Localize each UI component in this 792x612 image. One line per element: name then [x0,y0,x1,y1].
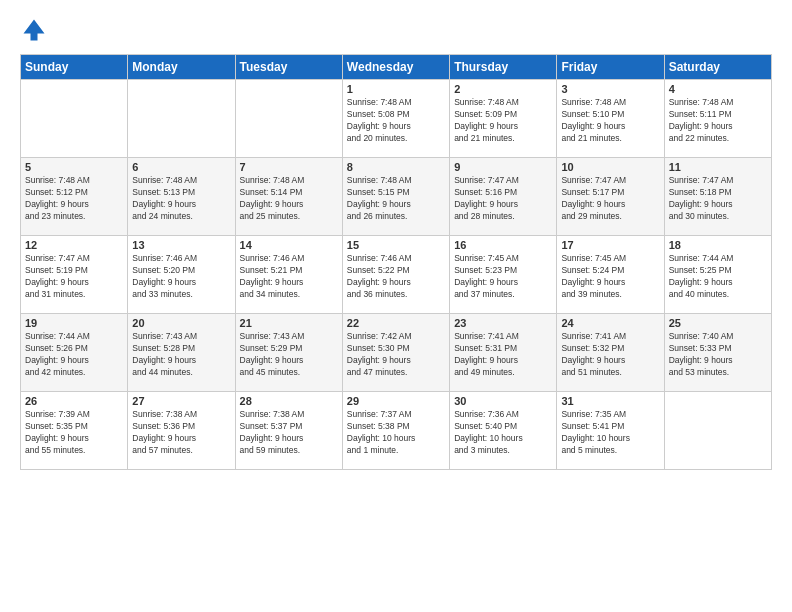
calendar-cell: 4Sunrise: 7:48 AM Sunset: 5:11 PM Daylig… [664,80,771,158]
calendar-cell [235,80,342,158]
weekday-header-thursday: Thursday [450,55,557,80]
day-number: 1 [347,83,445,95]
day-number: 17 [561,239,659,251]
day-info: Sunrise: 7:42 AM Sunset: 5:30 PM Dayligh… [347,331,445,379]
day-number: 9 [454,161,552,173]
day-info: Sunrise: 7:38 AM Sunset: 5:36 PM Dayligh… [132,409,230,457]
day-info: Sunrise: 7:37 AM Sunset: 5:38 PM Dayligh… [347,409,445,457]
calendar-cell: 13Sunrise: 7:46 AM Sunset: 5:20 PM Dayli… [128,236,235,314]
day-number: 3 [561,83,659,95]
week-row-4: 19Sunrise: 7:44 AM Sunset: 5:26 PM Dayli… [21,314,772,392]
day-info: Sunrise: 7:45 AM Sunset: 5:24 PM Dayligh… [561,253,659,301]
weekday-header-friday: Friday [557,55,664,80]
day-number: 23 [454,317,552,329]
day-info: Sunrise: 7:46 AM Sunset: 5:20 PM Dayligh… [132,253,230,301]
calendar-cell: 29Sunrise: 7:37 AM Sunset: 5:38 PM Dayli… [342,392,449,470]
calendar-cell: 26Sunrise: 7:39 AM Sunset: 5:35 PM Dayli… [21,392,128,470]
weekday-header-wednesday: Wednesday [342,55,449,80]
day-number: 24 [561,317,659,329]
day-number: 22 [347,317,445,329]
day-info: Sunrise: 7:44 AM Sunset: 5:25 PM Dayligh… [669,253,767,301]
day-info: Sunrise: 7:46 AM Sunset: 5:22 PM Dayligh… [347,253,445,301]
day-info: Sunrise: 7:36 AM Sunset: 5:40 PM Dayligh… [454,409,552,457]
calendar-cell [21,80,128,158]
day-info: Sunrise: 7:47 AM Sunset: 5:18 PM Dayligh… [669,175,767,223]
day-number: 28 [240,395,338,407]
day-number: 27 [132,395,230,407]
day-number: 14 [240,239,338,251]
day-info: Sunrise: 7:43 AM Sunset: 5:28 PM Dayligh… [132,331,230,379]
page: SundayMondayTuesdayWednesdayThursdayFrid… [0,0,792,612]
weekday-header-row: SundayMondayTuesdayWednesdayThursdayFrid… [21,55,772,80]
day-number: 4 [669,83,767,95]
day-number: 5 [25,161,123,173]
logo [20,16,52,44]
day-info: Sunrise: 7:48 AM Sunset: 5:12 PM Dayligh… [25,175,123,223]
day-number: 8 [347,161,445,173]
day-number: 30 [454,395,552,407]
day-info: Sunrise: 7:47 AM Sunset: 5:16 PM Dayligh… [454,175,552,223]
day-number: 15 [347,239,445,251]
calendar-cell: 30Sunrise: 7:36 AM Sunset: 5:40 PM Dayli… [450,392,557,470]
day-number: 26 [25,395,123,407]
day-info: Sunrise: 7:48 AM Sunset: 5:11 PM Dayligh… [669,97,767,145]
day-number: 18 [669,239,767,251]
calendar-cell: 1Sunrise: 7:48 AM Sunset: 5:08 PM Daylig… [342,80,449,158]
calendar-cell: 10Sunrise: 7:47 AM Sunset: 5:17 PM Dayli… [557,158,664,236]
weekday-header-sunday: Sunday [21,55,128,80]
calendar-cell: 15Sunrise: 7:46 AM Sunset: 5:22 PM Dayli… [342,236,449,314]
day-number: 29 [347,395,445,407]
calendar-cell: 23Sunrise: 7:41 AM Sunset: 5:31 PM Dayli… [450,314,557,392]
day-info: Sunrise: 7:41 AM Sunset: 5:31 PM Dayligh… [454,331,552,379]
day-info: Sunrise: 7:46 AM Sunset: 5:21 PM Dayligh… [240,253,338,301]
day-info: Sunrise: 7:41 AM Sunset: 5:32 PM Dayligh… [561,331,659,379]
week-row-1: 1Sunrise: 7:48 AM Sunset: 5:08 PM Daylig… [21,80,772,158]
calendar-cell: 16Sunrise: 7:45 AM Sunset: 5:23 PM Dayli… [450,236,557,314]
calendar-cell: 20Sunrise: 7:43 AM Sunset: 5:28 PM Dayli… [128,314,235,392]
calendar-cell: 2Sunrise: 7:48 AM Sunset: 5:09 PM Daylig… [450,80,557,158]
day-number: 20 [132,317,230,329]
calendar-cell: 6Sunrise: 7:48 AM Sunset: 5:13 PM Daylig… [128,158,235,236]
calendar-cell: 18Sunrise: 7:44 AM Sunset: 5:25 PM Dayli… [664,236,771,314]
day-number: 7 [240,161,338,173]
day-number: 31 [561,395,659,407]
calendar-cell: 22Sunrise: 7:42 AM Sunset: 5:30 PM Dayli… [342,314,449,392]
calendar-cell: 31Sunrise: 7:35 AM Sunset: 5:41 PM Dayli… [557,392,664,470]
calendar-cell: 28Sunrise: 7:38 AM Sunset: 5:37 PM Dayli… [235,392,342,470]
day-info: Sunrise: 7:47 AM Sunset: 5:17 PM Dayligh… [561,175,659,223]
day-info: Sunrise: 7:44 AM Sunset: 5:26 PM Dayligh… [25,331,123,379]
day-info: Sunrise: 7:35 AM Sunset: 5:41 PM Dayligh… [561,409,659,457]
calendar-table: SundayMondayTuesdayWednesdayThursdayFrid… [20,54,772,470]
day-number: 21 [240,317,338,329]
day-info: Sunrise: 7:40 AM Sunset: 5:33 PM Dayligh… [669,331,767,379]
calendar-cell: 17Sunrise: 7:45 AM Sunset: 5:24 PM Dayli… [557,236,664,314]
calendar-cell: 24Sunrise: 7:41 AM Sunset: 5:32 PM Dayli… [557,314,664,392]
day-number: 6 [132,161,230,173]
day-info: Sunrise: 7:45 AM Sunset: 5:23 PM Dayligh… [454,253,552,301]
day-number: 2 [454,83,552,95]
logo-icon [20,16,48,44]
day-number: 19 [25,317,123,329]
day-info: Sunrise: 7:48 AM Sunset: 5:13 PM Dayligh… [132,175,230,223]
calendar-cell: 27Sunrise: 7:38 AM Sunset: 5:36 PM Dayli… [128,392,235,470]
calendar-cell [664,392,771,470]
day-info: Sunrise: 7:47 AM Sunset: 5:19 PM Dayligh… [25,253,123,301]
calendar-cell: 7Sunrise: 7:48 AM Sunset: 5:14 PM Daylig… [235,158,342,236]
day-number: 25 [669,317,767,329]
calendar-cell: 12Sunrise: 7:47 AM Sunset: 5:19 PM Dayli… [21,236,128,314]
week-row-3: 12Sunrise: 7:47 AM Sunset: 5:19 PM Dayli… [21,236,772,314]
calendar-cell: 8Sunrise: 7:48 AM Sunset: 5:15 PM Daylig… [342,158,449,236]
calendar-cell: 5Sunrise: 7:48 AM Sunset: 5:12 PM Daylig… [21,158,128,236]
day-number: 13 [132,239,230,251]
day-info: Sunrise: 7:38 AM Sunset: 5:37 PM Dayligh… [240,409,338,457]
day-info: Sunrise: 7:48 AM Sunset: 5:15 PM Dayligh… [347,175,445,223]
calendar-cell: 11Sunrise: 7:47 AM Sunset: 5:18 PM Dayli… [664,158,771,236]
calendar-cell: 21Sunrise: 7:43 AM Sunset: 5:29 PM Dayli… [235,314,342,392]
day-info: Sunrise: 7:48 AM Sunset: 5:14 PM Dayligh… [240,175,338,223]
calendar-cell: 9Sunrise: 7:47 AM Sunset: 5:16 PM Daylig… [450,158,557,236]
day-info: Sunrise: 7:48 AM Sunset: 5:08 PM Dayligh… [347,97,445,145]
calendar-cell: 14Sunrise: 7:46 AM Sunset: 5:21 PM Dayli… [235,236,342,314]
day-number: 12 [25,239,123,251]
header [20,16,772,44]
day-number: 10 [561,161,659,173]
